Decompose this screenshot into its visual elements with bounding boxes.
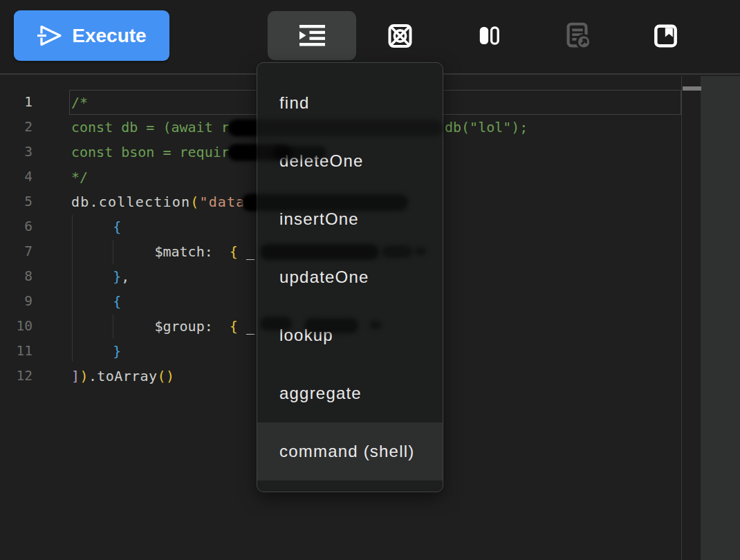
code-line[interactable]: const db = (await rdb("lol"); bbox=[71, 115, 230, 140]
run-operation-menu-button[interactable] bbox=[268, 11, 356, 60]
execute-button[interactable]: Execute bbox=[14, 10, 169, 61]
menu-item-find[interactable]: find bbox=[257, 74, 443, 132]
line-number: 12 bbox=[0, 364, 33, 389]
code-line[interactable]: /* bbox=[71, 90, 88, 115]
split-view-button[interactable] bbox=[445, 11, 533, 60]
menu-item-insertOne[interactable]: insertOne bbox=[257, 190, 443, 248]
line-number: 1 bbox=[0, 90, 33, 115]
code-line[interactable]: $match: { _ bbox=[71, 239, 255, 264]
code-line[interactable]: ]).toArray() bbox=[71, 364, 174, 389]
studio-window: Execute bbox=[0, 0, 740, 560]
code-line[interactable]: { bbox=[71, 214, 121, 239]
export-document-icon bbox=[562, 20, 594, 52]
menu-item-aggregate[interactable]: aggregate bbox=[257, 364, 443, 422]
run-icon bbox=[37, 25, 62, 46]
run-operation-menu-icon bbox=[299, 25, 325, 46]
execute-label: Execute bbox=[72, 25, 146, 47]
line-number: 3 bbox=[0, 140, 33, 165]
line-number: 8 bbox=[0, 264, 33, 289]
code-line[interactable]: $group: { _ bbox=[71, 314, 255, 339]
bookmark-icon bbox=[651, 22, 680, 50]
code-line[interactable]: { bbox=[71, 289, 121, 314]
line-number: 7 bbox=[0, 239, 33, 264]
line-number: 5 bbox=[0, 189, 33, 214]
code-line[interactable]: const bson = requir bbox=[71, 140, 230, 165]
scrollbar-track-divider bbox=[681, 76, 682, 560]
menu-item-lookup[interactable]: lookup bbox=[257, 306, 443, 364]
bookmark-button[interactable] bbox=[621, 11, 710, 60]
code-line[interactable]: }, bbox=[71, 264, 129, 289]
code-line[interactable]: */ bbox=[71, 165, 88, 189]
line-number: 9 bbox=[0, 289, 33, 314]
menu-item-command-shell[interactable]: command (shell) bbox=[257, 422, 443, 480]
operation-menu: finddeleteOneinsertOneupdateOnelookupagg… bbox=[257, 62, 443, 492]
export-document-button[interactable] bbox=[534, 11, 622, 60]
line-number: 11 bbox=[0, 339, 33, 364]
line-number: 4 bbox=[0, 165, 33, 189]
code-line[interactable]: } bbox=[71, 339, 121, 364]
results-panel-strip bbox=[701, 76, 740, 560]
menu-item-updateOne[interactable]: updateOne bbox=[257, 248, 443, 306]
line-number: 2 bbox=[0, 115, 33, 140]
overview-ruler-marker bbox=[683, 86, 701, 91]
line-number: 10 bbox=[0, 314, 33, 339]
no-output-button[interactable] bbox=[355, 11, 444, 60]
menu-item-deleteOne[interactable]: deleteOne bbox=[257, 132, 443, 190]
code-line[interactable]: db.collection("data bbox=[71, 189, 246, 214]
no-output-icon bbox=[386, 22, 414, 50]
line-number: 6 bbox=[0, 214, 33, 239]
split-view-icon bbox=[477, 23, 501, 48]
